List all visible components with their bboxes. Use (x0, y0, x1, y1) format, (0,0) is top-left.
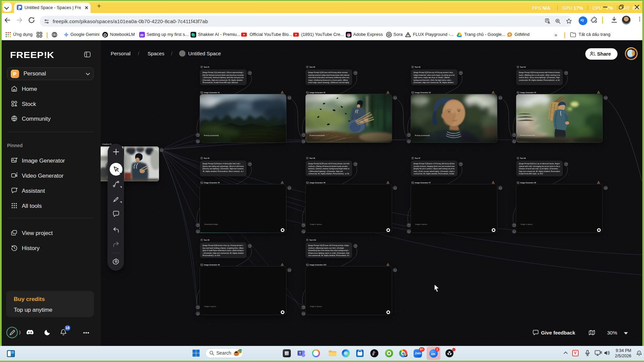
svg-text:z: z (639, 352, 640, 354)
svg-text:T: T (299, 352, 301, 355)
